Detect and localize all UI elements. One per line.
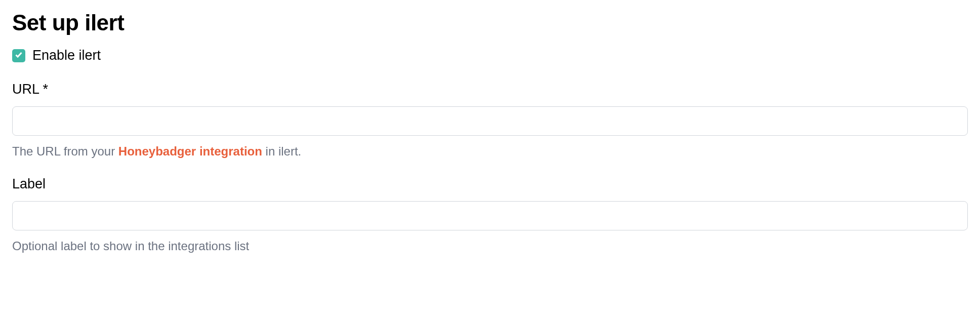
url-field-group: URL * The URL from your Honeybadger inte… <box>12 82 968 160</box>
honeybadger-integration-link[interactable]: Honeybadger integration <box>118 144 262 158</box>
label-input[interactable] <box>12 201 968 230</box>
label-field-group: Label Optional label to show in the inte… <box>12 176 968 255</box>
url-help-prefix: The URL from your <box>12 144 118 158</box>
label-help-text: Optional label to show in the integratio… <box>12 238 968 255</box>
page-title: Set up ilert <box>12 10 968 35</box>
enable-checkbox[interactable] <box>12 49 25 62</box>
url-help-suffix: in ilert. <box>262 144 301 158</box>
check-icon <box>15 51 23 61</box>
enable-checkbox-row: Enable ilert <box>12 48 968 63</box>
url-label: URL * <box>12 82 968 97</box>
url-input[interactable] <box>12 106 968 136</box>
enable-checkbox-label: Enable ilert <box>32 48 101 63</box>
label-label: Label <box>12 176 968 192</box>
url-help-text: The URL from your Honeybadger integratio… <box>12 143 968 160</box>
